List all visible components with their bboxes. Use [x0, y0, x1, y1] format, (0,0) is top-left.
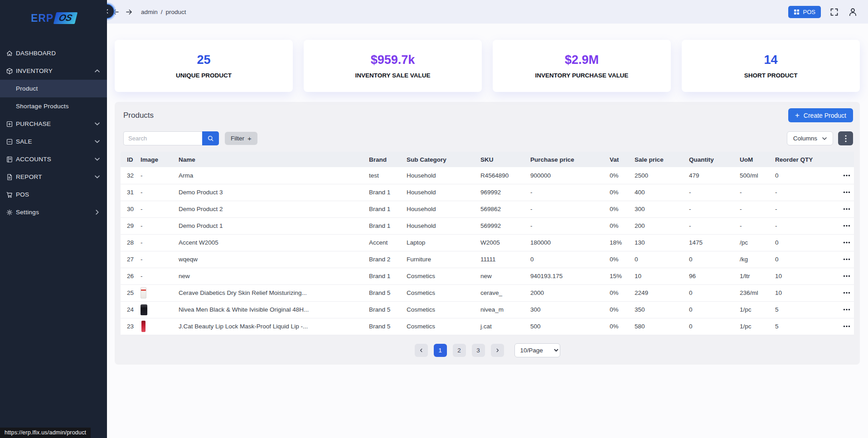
row-actions-button[interactable]	[842, 190, 851, 194]
pos-button[interactable]: POS	[788, 6, 821, 18]
cell-uom: 1/pc	[737, 301, 772, 318]
cell-brand: Brand 1	[366, 268, 404, 284]
cell-uom: -	[737, 184, 772, 201]
cell-purchase-price: 500	[528, 318, 607, 335]
cell-sku: R4564890	[478, 167, 528, 184]
cell-sale-price: 2500	[632, 167, 686, 184]
row-actions-button[interactable]	[842, 257, 851, 261]
cell-name: Demo Product 3	[176, 184, 366, 201]
row-actions-button[interactable]	[842, 324, 851, 328]
cell-brand: Brand 2	[366, 251, 404, 268]
cell-reorder-qty: -	[772, 201, 839, 217]
sidebar-item-label: PURCHASE	[16, 120, 51, 127]
journal-icon	[6, 156, 13, 163]
cell-uom: 236/ml	[737, 284, 772, 301]
user-button[interactable]	[848, 7, 858, 17]
plus-icon: +	[795, 111, 800, 119]
sidebar-item-label: DASHBOARD	[16, 50, 56, 57]
table-options-button[interactable]	[838, 131, 853, 145]
chevron-down-icon	[822, 136, 827, 141]
stat-card-unique-product: 25UNIQUE PRODUCT	[115, 40, 293, 92]
column-header: SKU	[478, 152, 528, 167]
cell-uom: -	[737, 201, 772, 217]
column-header: Brand	[366, 152, 404, 167]
nav-forward-button[interactable]	[125, 8, 133, 16]
row-actions-button[interactable]	[842, 207, 851, 211]
breadcrumb-page: product	[166, 9, 186, 15]
columns-dropdown[interactable]: Columns	[787, 131, 833, 145]
cell-brand: Brand 1	[366, 217, 404, 234]
products-panel: Products + Create Product Filter	[115, 102, 860, 365]
grid-icon	[794, 9, 800, 15]
cell-quantity: 96	[686, 268, 737, 284]
cell-sku: 11111	[478, 251, 528, 268]
cell-image	[138, 284, 176, 301]
gear-icon	[6, 209, 13, 216]
cell-image: -	[138, 234, 176, 251]
cell-sub-category: Cosmetics	[404, 268, 478, 284]
cell-purchase-price: 300	[528, 301, 607, 318]
pagination-page-2[interactable]: 2	[453, 344, 466, 357]
breadcrumb-section: admin	[141, 9, 158, 15]
sidebar-item-shortage-products[interactable]: Shortage Products	[0, 97, 107, 115]
sidebar-item-settings[interactable]: Settings	[0, 203, 107, 221]
pagination-next-button[interactable]	[491, 344, 504, 357]
sidebar-item-report[interactable]: REPORT	[0, 168, 107, 186]
cell-id: 30	[121, 201, 138, 217]
sidebar: ERP OS DASHBOARDINVENTORYProductShortage…	[0, 0, 107, 438]
cell-brand: Brand 1	[366, 201, 404, 217]
search-input[interactable]	[123, 131, 202, 145]
sidebar-item-dashboard[interactable]: DASHBOARD	[0, 44, 107, 62]
sidebar-item-inventory[interactable]: INVENTORY	[0, 62, 107, 80]
arrow-right-icon	[125, 8, 133, 16]
sidebar-item-pos[interactable]: POS	[0, 186, 107, 203]
cell-purchase-price: 180000	[528, 234, 607, 251]
pagination-prev-button[interactable]	[415, 344, 428, 357]
search-button[interactable]	[202, 131, 219, 145]
cell-sub-category: Household	[404, 217, 478, 234]
create-product-button[interactable]: + Create Product	[788, 108, 853, 122]
column-header-actions	[839, 152, 854, 167]
cell-quantity: -	[686, 201, 737, 217]
cell-reorder-qty: -	[772, 184, 839, 201]
cell-sub-category: Household	[404, 167, 478, 184]
row-actions-button[interactable]	[842, 308, 851, 312]
sidebar-item-accounts[interactable]: ACCOUNTS	[0, 150, 107, 168]
cell-sale-price: 200	[632, 217, 686, 234]
search-group	[123, 131, 219, 145]
products-table-wrap: IDImageNameBrandSub CategorySKUPurchase …	[121, 152, 854, 335]
cell-actions	[839, 217, 854, 234]
cell-purchase-price: -	[528, 201, 607, 217]
filter-button[interactable]: Filter +	[225, 132, 257, 145]
cell-vat: 15%	[607, 268, 632, 284]
sidebar-item-purchase[interactable]: PURCHASE	[0, 115, 107, 133]
stat-card-inventory-purchase-value: $2.9MINVENTORY PURCHASE VALUE	[493, 40, 671, 92]
sidebar-item-label: REPORT	[16, 173, 42, 180]
table-row: 24Nivea Men Black & White Ivisible Origi…	[121, 301, 854, 318]
chevron-right-icon	[495, 347, 500, 353]
topbar-right: POS	[788, 6, 858, 18]
sidebar-item-label: Settings	[16, 209, 39, 216]
cell-sub-category: Cosmetics	[404, 318, 478, 335]
fullscreen-button[interactable]	[829, 7, 839, 17]
row-actions-button[interactable]	[842, 173, 851, 178]
cart-icon	[6, 191, 13, 198]
cell-image: -	[138, 167, 176, 184]
row-actions-button[interactable]	[842, 291, 851, 295]
cell-name: Cerave Diabetics Dry Skin Relief Moistur…	[176, 284, 366, 301]
pagination-page-1[interactable]: 1	[434, 344, 447, 357]
cell-reorder-qty: 10	[772, 284, 839, 301]
row-actions-button[interactable]	[842, 274, 851, 278]
page-size-select[interactable]: 10/Page	[514, 343, 560, 357]
row-actions-button[interactable]	[842, 241, 851, 245]
cell-name: J.Cat Beauty Lip Lock Mask-Proof Liquid …	[176, 318, 366, 335]
link-preview: https://erp.lfix.us/admin/product	[0, 428, 91, 438]
sidebar-item-product[interactable]: Product	[0, 80, 107, 97]
ellipsis-icon	[843, 292, 850, 294]
sidebar-item-sale[interactable]: SALE	[0, 133, 107, 150]
row-actions-button[interactable]	[842, 224, 851, 228]
pagination-page-3[interactable]: 3	[472, 344, 485, 357]
cell-id: 24	[121, 301, 138, 318]
app-logo[interactable]: ERP OS	[0, 0, 107, 36]
cell-id: 29	[121, 217, 138, 234]
